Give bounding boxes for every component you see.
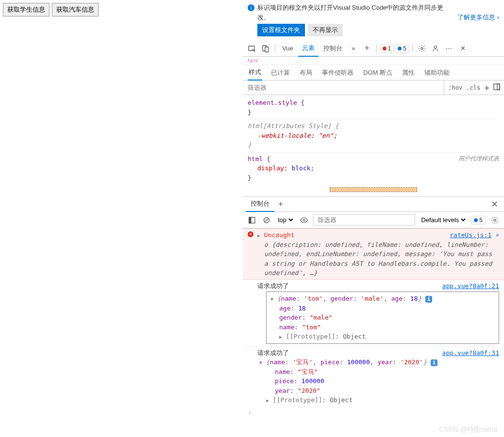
selected-element-tag: html: [243, 57, 504, 65]
add-tab-icon[interactable]: +: [361, 42, 373, 55]
console-log-row[interactable]: 请求成功了 app.vue?8a0f:21 ▼ {name: 'tom', ge…: [243, 280, 504, 346]
info-badge[interactable]: 5: [395, 44, 409, 53]
devtools-panel: i 标识项目的根文件夹以打开Visual Studio Code中的源文件并同步…: [243, 0, 504, 437]
console-toolbar: top Default levels 5: [243, 212, 504, 228]
source-link[interactable]: app.vue?8a0f:21: [442, 281, 499, 291]
expand-icon[interactable]: ▶: [257, 232, 260, 239]
more-options-icon[interactable]: ⋯: [443, 42, 455, 55]
expand-icon[interactable]: ▶: [279, 333, 282, 340]
svg-point-4: [435, 46, 437, 48]
console-error-row[interactable]: ✕ ▶ Uncaught rateUs.js:1 ⌕ o {descriptio…: [243, 228, 504, 280]
box-model-margin: [330, 187, 417, 192]
styles-filter-input[interactable]: [243, 82, 444, 93]
more-tabs-icon[interactable]: »: [347, 42, 360, 55]
dismiss-button[interactable]: 不再显示: [308, 24, 343, 36]
tab-elements[interactable]: 元素: [298, 40, 319, 57]
get-car-button[interactable]: 获取汽车信息: [52, 3, 99, 16]
infobar-text: 标识项目的根文件夹以打开Visual Studio Code中的源文件并同步更改…: [257, 3, 454, 22]
drawer-close-icon[interactable]: ✕: [488, 199, 501, 210]
svg-point-10: [303, 219, 305, 221]
set-root-folder-button[interactable]: 设置根文件夹: [257, 24, 305, 36]
ua-stylesheet-label: 用户代理样式表: [458, 154, 499, 163]
root-folder-infobar: i 标识项目的根文件夹以打开Visual Studio Code中的源文件并同步…: [243, 0, 504, 22]
devtools-toolbar: Vue 元素 控制台 » + 1 5 ⋯ ✕: [243, 40, 504, 57]
collapse-icon[interactable]: ▼: [270, 295, 273, 303]
subtab-layout[interactable]: 布局: [299, 65, 313, 80]
tab-vue[interactable]: Vue: [278, 40, 297, 57]
svg-point-3: [421, 47, 423, 49]
svg-rect-8: [249, 217, 251, 223]
svg-rect-5: [494, 84, 500, 90]
close-devtools-icon[interactable]: ✕: [456, 42, 469, 55]
svg-point-11: [494, 219, 496, 221]
inspect-icon[interactable]: [246, 42, 258, 55]
source-link[interactable]: app.vue?8a0f:31: [442, 348, 499, 358]
console-prompt[interactable]: ›: [243, 406, 504, 418]
cls-toggle[interactable]: .cls: [466, 84, 480, 91]
svg-rect-6: [497, 84, 500, 90]
expanded-object: ▼ {name: 'tom', gender: 'male', age: 18}…: [266, 291, 499, 344]
log-levels-selector[interactable]: Default levels: [419, 216, 467, 224]
get-student-button[interactable]: 获取学生信息: [3, 3, 50, 16]
error-icon: ✕: [248, 231, 253, 237]
expand-icon[interactable]: ▶: [266, 397, 269, 404]
learn-more-link[interactable]: 了解更多信息: [457, 13, 499, 22]
clear-console-icon[interactable]: [261, 215, 272, 226]
info-icon: i: [248, 4, 254, 11]
subtab-dom-breakpoints[interactable]: DOM 断点: [362, 65, 393, 80]
subtab-listeners[interactable]: 事件侦听器: [321, 65, 354, 80]
info-icon[interactable]: i: [425, 296, 432, 303]
console-log-row[interactable]: 请求成功了 app.vue?8a0f:31 ▼ {name: '宝马', pie…: [243, 346, 504, 406]
styles-subtabs: 样式 已计算 布局 事件侦听器 DOM 断点 属性 辅助功能: [243, 65, 504, 81]
source-link[interactable]: rateUs.js:1: [450, 231, 491, 239]
tab-console[interactable]: 控制台: [319, 40, 346, 57]
feedback-icon[interactable]: [429, 42, 442, 55]
subtab-styles[interactable]: 样式: [248, 65, 262, 81]
new-style-rule-icon[interactable]: +: [484, 82, 489, 93]
settings-icon[interactable]: [416, 42, 428, 55]
console-sidebar-toggle-icon[interactable]: [247, 215, 257, 226]
collapse-icon[interactable]: ▼: [259, 359, 262, 366]
console-issues-badge[interactable]: 5: [471, 216, 486, 225]
context-selector[interactable]: top: [276, 216, 295, 224]
search-icon[interactable]: ⌕: [495, 231, 499, 239]
drawer-tabs: 控制台 + ✕: [243, 196, 504, 212]
drawer-add-tab-icon[interactable]: +: [274, 198, 287, 210]
computed-sidebar-icon[interactable]: [493, 83, 500, 92]
page-content: 获取学生信息 获取汽车信息: [0, 0, 243, 437]
error-badge[interactable]: 1: [380, 44, 394, 53]
device-toggle-icon[interactable]: [259, 42, 272, 55]
hov-toggle[interactable]: :hov: [448, 84, 462, 91]
live-expression-icon[interactable]: [299, 215, 309, 226]
drawer-tab-console[interactable]: 控制台: [246, 196, 274, 212]
subtab-computed[interactable]: 已计算: [270, 65, 291, 80]
console-messages: ✕ ▶ Uncaught rateUs.js:1 ⌕ o {descriptio…: [243, 228, 504, 437]
styles-filter-bar: :hov .cls +: [243, 81, 504, 95]
svg-rect-2: [265, 47, 269, 52]
subtab-properties[interactable]: 属性: [401, 65, 416, 80]
subtab-accessibility[interactable]: 辅助功能: [423, 65, 451, 80]
styles-pane: element.style { } html[Attributes Style]…: [243, 95, 504, 195]
console-settings-icon[interactable]: [489, 215, 500, 226]
info-icon[interactable]: i: [431, 359, 437, 366]
console-filter-input[interactable]: [313, 214, 415, 226]
